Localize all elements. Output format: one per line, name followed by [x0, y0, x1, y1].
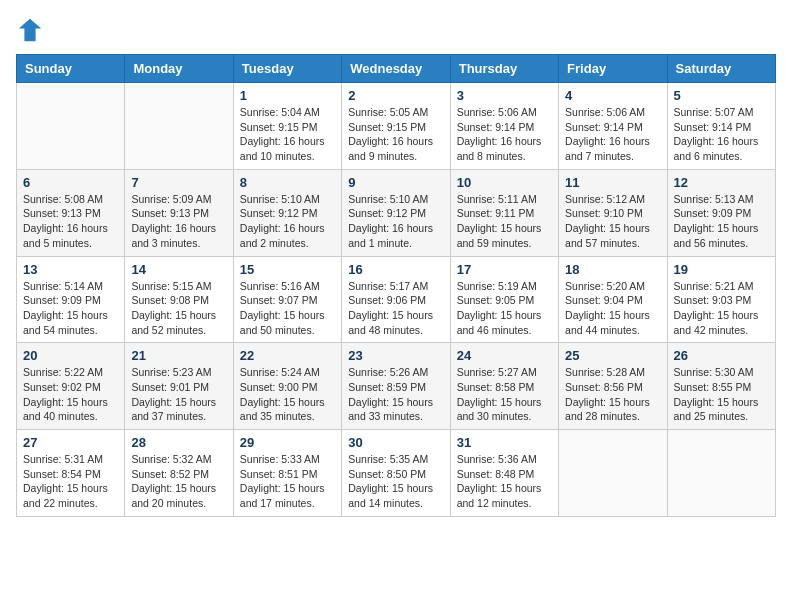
day-number: 29 — [240, 435, 335, 450]
day-number: 10 — [457, 175, 552, 190]
calendar-cell — [559, 430, 667, 517]
calendar-cell: 25Sunrise: 5:28 AM Sunset: 8:56 PM Dayli… — [559, 343, 667, 430]
day-number: 21 — [131, 348, 226, 363]
day-number: 19 — [674, 262, 769, 277]
calendar-cell: 4Sunrise: 5:06 AM Sunset: 9:14 PM Daylig… — [559, 83, 667, 170]
calendar-week-3: 13Sunrise: 5:14 AM Sunset: 9:09 PM Dayli… — [17, 256, 776, 343]
calendar-cell: 3Sunrise: 5:06 AM Sunset: 9:14 PM Daylig… — [450, 83, 558, 170]
day-number: 6 — [23, 175, 118, 190]
day-number: 18 — [565, 262, 660, 277]
day-info: Sunrise: 5:27 AM Sunset: 8:58 PM Dayligh… — [457, 365, 552, 424]
calendar-cell: 5Sunrise: 5:07 AM Sunset: 9:14 PM Daylig… — [667, 83, 775, 170]
day-info: Sunrise: 5:19 AM Sunset: 9:05 PM Dayligh… — [457, 279, 552, 338]
logo-icon — [16, 16, 44, 44]
day-info: Sunrise: 5:26 AM Sunset: 8:59 PM Dayligh… — [348, 365, 443, 424]
day-info: Sunrise: 5:22 AM Sunset: 9:02 PM Dayligh… — [23, 365, 118, 424]
day-number: 26 — [674, 348, 769, 363]
calendar-cell: 16Sunrise: 5:17 AM Sunset: 9:06 PM Dayli… — [342, 256, 450, 343]
calendar-cell: 31Sunrise: 5:36 AM Sunset: 8:48 PM Dayli… — [450, 430, 558, 517]
calendar-cell: 30Sunrise: 5:35 AM Sunset: 8:50 PM Dayli… — [342, 430, 450, 517]
weekday-header-tuesday: Tuesday — [233, 55, 341, 83]
calendar-cell: 12Sunrise: 5:13 AM Sunset: 9:09 PM Dayli… — [667, 169, 775, 256]
day-info: Sunrise: 5:36 AM Sunset: 8:48 PM Dayligh… — [457, 452, 552, 511]
logo — [16, 16, 48, 44]
day-number: 8 — [240, 175, 335, 190]
calendar-cell: 15Sunrise: 5:16 AM Sunset: 9:07 PM Dayli… — [233, 256, 341, 343]
calendar-week-5: 27Sunrise: 5:31 AM Sunset: 8:54 PM Dayli… — [17, 430, 776, 517]
calendar-cell — [667, 430, 775, 517]
day-info: Sunrise: 5:31 AM Sunset: 8:54 PM Dayligh… — [23, 452, 118, 511]
day-info: Sunrise: 5:10 AM Sunset: 9:12 PM Dayligh… — [240, 192, 335, 251]
day-number: 11 — [565, 175, 660, 190]
day-info: Sunrise: 5:28 AM Sunset: 8:56 PM Dayligh… — [565, 365, 660, 424]
day-number: 31 — [457, 435, 552, 450]
calendar-cell: 19Sunrise: 5:21 AM Sunset: 9:03 PM Dayli… — [667, 256, 775, 343]
day-info: Sunrise: 5:23 AM Sunset: 9:01 PM Dayligh… — [131, 365, 226, 424]
calendar-cell: 10Sunrise: 5:11 AM Sunset: 9:11 PM Dayli… — [450, 169, 558, 256]
calendar-cell: 29Sunrise: 5:33 AM Sunset: 8:51 PM Dayli… — [233, 430, 341, 517]
day-info: Sunrise: 5:20 AM Sunset: 9:04 PM Dayligh… — [565, 279, 660, 338]
calendar-week-1: 1Sunrise: 5:04 AM Sunset: 9:15 PM Daylig… — [17, 83, 776, 170]
calendar-cell: 22Sunrise: 5:24 AM Sunset: 9:00 PM Dayli… — [233, 343, 341, 430]
calendar-cell: 14Sunrise: 5:15 AM Sunset: 9:08 PM Dayli… — [125, 256, 233, 343]
day-number: 1 — [240, 88, 335, 103]
day-info: Sunrise: 5:08 AM Sunset: 9:13 PM Dayligh… — [23, 192, 118, 251]
calendar-cell: 13Sunrise: 5:14 AM Sunset: 9:09 PM Dayli… — [17, 256, 125, 343]
calendar-week-4: 20Sunrise: 5:22 AM Sunset: 9:02 PM Dayli… — [17, 343, 776, 430]
day-info: Sunrise: 5:30 AM Sunset: 8:55 PM Dayligh… — [674, 365, 769, 424]
day-number: 14 — [131, 262, 226, 277]
weekday-header-saturday: Saturday — [667, 55, 775, 83]
day-info: Sunrise: 5:11 AM Sunset: 9:11 PM Dayligh… — [457, 192, 552, 251]
calendar-header-row: SundayMondayTuesdayWednesdayThursdayFrid… — [17, 55, 776, 83]
day-number: 15 — [240, 262, 335, 277]
weekday-header-friday: Friday — [559, 55, 667, 83]
weekday-header-wednesday: Wednesday — [342, 55, 450, 83]
day-info: Sunrise: 5:14 AM Sunset: 9:09 PM Dayligh… — [23, 279, 118, 338]
calendar-table: SundayMondayTuesdayWednesdayThursdayFrid… — [16, 54, 776, 517]
day-number: 28 — [131, 435, 226, 450]
weekday-header-thursday: Thursday — [450, 55, 558, 83]
calendar-cell — [125, 83, 233, 170]
day-number: 4 — [565, 88, 660, 103]
day-info: Sunrise: 5:06 AM Sunset: 9:14 PM Dayligh… — [457, 105, 552, 164]
day-number: 16 — [348, 262, 443, 277]
weekday-header-sunday: Sunday — [17, 55, 125, 83]
day-number: 3 — [457, 88, 552, 103]
day-info: Sunrise: 5:13 AM Sunset: 9:09 PM Dayligh… — [674, 192, 769, 251]
day-info: Sunrise: 5:04 AM Sunset: 9:15 PM Dayligh… — [240, 105, 335, 164]
calendar-cell: 6Sunrise: 5:08 AM Sunset: 9:13 PM Daylig… — [17, 169, 125, 256]
day-number: 7 — [131, 175, 226, 190]
calendar-cell: 11Sunrise: 5:12 AM Sunset: 9:10 PM Dayli… — [559, 169, 667, 256]
day-info: Sunrise: 5:32 AM Sunset: 8:52 PM Dayligh… — [131, 452, 226, 511]
calendar-cell: 9Sunrise: 5:10 AM Sunset: 9:12 PM Daylig… — [342, 169, 450, 256]
day-number: 5 — [674, 88, 769, 103]
day-info: Sunrise: 5:09 AM Sunset: 9:13 PM Dayligh… — [131, 192, 226, 251]
day-number: 17 — [457, 262, 552, 277]
day-number: 9 — [348, 175, 443, 190]
calendar-cell: 27Sunrise: 5:31 AM Sunset: 8:54 PM Dayli… — [17, 430, 125, 517]
day-info: Sunrise: 5:24 AM Sunset: 9:00 PM Dayligh… — [240, 365, 335, 424]
calendar-cell: 17Sunrise: 5:19 AM Sunset: 9:05 PM Dayli… — [450, 256, 558, 343]
day-info: Sunrise: 5:33 AM Sunset: 8:51 PM Dayligh… — [240, 452, 335, 511]
calendar-cell: 24Sunrise: 5:27 AM Sunset: 8:58 PM Dayli… — [450, 343, 558, 430]
day-info: Sunrise: 5:16 AM Sunset: 9:07 PM Dayligh… — [240, 279, 335, 338]
day-info: Sunrise: 5:12 AM Sunset: 9:10 PM Dayligh… — [565, 192, 660, 251]
day-number: 23 — [348, 348, 443, 363]
day-info: Sunrise: 5:15 AM Sunset: 9:08 PM Dayligh… — [131, 279, 226, 338]
day-number: 30 — [348, 435, 443, 450]
day-number: 2 — [348, 88, 443, 103]
day-number: 12 — [674, 175, 769, 190]
day-number: 22 — [240, 348, 335, 363]
day-number: 24 — [457, 348, 552, 363]
calendar-cell: 7Sunrise: 5:09 AM Sunset: 9:13 PM Daylig… — [125, 169, 233, 256]
day-info: Sunrise: 5:17 AM Sunset: 9:06 PM Dayligh… — [348, 279, 443, 338]
calendar-cell: 2Sunrise: 5:05 AM Sunset: 9:15 PM Daylig… — [342, 83, 450, 170]
calendar-cell: 21Sunrise: 5:23 AM Sunset: 9:01 PM Dayli… — [125, 343, 233, 430]
calendar-cell: 1Sunrise: 5:04 AM Sunset: 9:15 PM Daylig… — [233, 83, 341, 170]
day-info: Sunrise: 5:10 AM Sunset: 9:12 PM Dayligh… — [348, 192, 443, 251]
calendar-cell: 28Sunrise: 5:32 AM Sunset: 8:52 PM Dayli… — [125, 430, 233, 517]
calendar-cell: 23Sunrise: 5:26 AM Sunset: 8:59 PM Dayli… — [342, 343, 450, 430]
calendar-cell: 18Sunrise: 5:20 AM Sunset: 9:04 PM Dayli… — [559, 256, 667, 343]
day-info: Sunrise: 5:06 AM Sunset: 9:14 PM Dayligh… — [565, 105, 660, 164]
page-header — [16, 16, 776, 44]
